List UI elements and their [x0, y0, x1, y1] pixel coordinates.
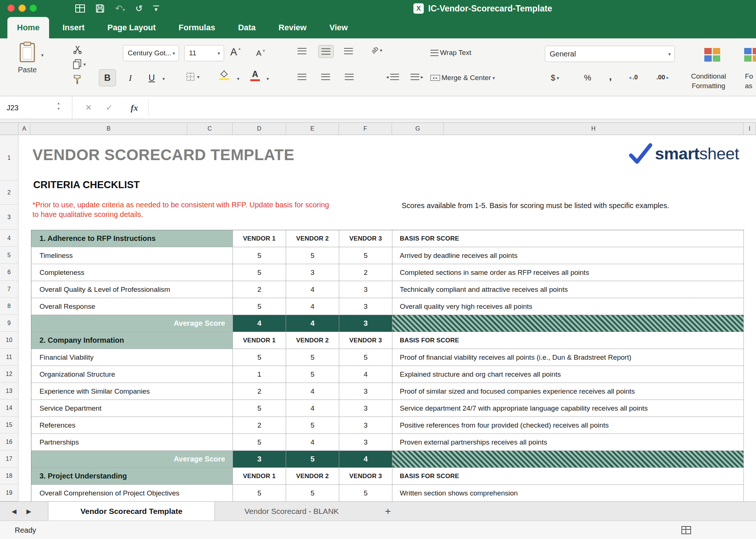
- criteria-cell[interactable]: Experience with Similar Companies: [31, 383, 233, 400]
- average-label-cell[interactable]: Average Score: [31, 451, 233, 468]
- score-cell-vendor-1[interactable]: 5: [233, 247, 286, 264]
- score-cell-vendor-1[interactable]: 5: [233, 434, 286, 451]
- orientation-dropdown-arrow[interactable]: ▾: [380, 48, 382, 53]
- row-header-12[interactable]: 12: [0, 366, 18, 383]
- paste-dropdown-arrow[interactable]: ▾: [41, 52, 44, 58]
- section-title-cell[interactable]: 2. Company Information: [31, 332, 233, 349]
- score-cell-vendor-3[interactable]: 3: [339, 298, 392, 315]
- sheet-tab-vendor-scorecard-blank[interactable]: Vendor Scorecard - BLANK: [221, 502, 362, 521]
- normal-view-icon[interactable]: [681, 526, 691, 534]
- currency-format-button[interactable]: $ ▾: [551, 73, 559, 83]
- format-as-table-icon[interactable]: [744, 48, 756, 62]
- score-cell-vendor-3[interactable]: 2: [339, 264, 392, 281]
- increase-indent-button[interactable]: ▸: [410, 74, 423, 80]
- wrap-text-button[interactable]: Wrap Text: [430, 49, 471, 57]
- criteria-cell[interactable]: References: [31, 417, 233, 434]
- vendor-header-cell-1[interactable]: VENDOR 1: [233, 230, 286, 247]
- average-basis-cell[interactable]: [392, 315, 744, 332]
- row-header-7[interactable]: 7: [0, 281, 18, 298]
- basis-cell[interactable]: Technically compliant and attractive rec…: [392, 281, 744, 298]
- ribbon-tab-insert[interactable]: Insert: [53, 17, 94, 38]
- decrease-decimal-button[interactable]: .00 ▸: [656, 74, 669, 81]
- basis-cell[interactable]: Proven external partnerships receives al…: [392, 434, 744, 451]
- score-cell-vendor-1[interactable]: 2: [233, 281, 286, 298]
- score-cell-vendor-1[interactable]: 1: [233, 366, 286, 383]
- table-launcher-icon[interactable]: [75, 4, 85, 13]
- criteria-cell[interactable]: Financial Viability: [31, 349, 233, 366]
- copy-button[interactable]: ▾: [72, 59, 86, 69]
- scoring-note[interactable]: Scores available from 1-5. Basis for sco…: [402, 201, 669, 210]
- merge-center-dropdown-arrow[interactable]: ▾: [492, 75, 495, 81]
- score-cell-vendor-1[interactable]: 5: [233, 400, 286, 417]
- basis-cell[interactable]: Proof of financial viability receives al…: [392, 349, 744, 366]
- align-top-button[interactable]: [298, 48, 306, 54]
- score-cell-vendor-2[interactable]: 4: [286, 298, 339, 315]
- score-cell-vendor-1[interactable]: 5: [233, 485, 286, 502]
- vendor-header-cell-1[interactable]: VENDOR 1: [233, 468, 286, 485]
- average-label-cell[interactable]: Average Score: [31, 315, 233, 332]
- currency-dropdown-arrow[interactable]: ▾: [557, 75, 559, 81]
- borders-button[interactable]: ▾: [185, 72, 200, 82]
- vendor-header-cell-3[interactable]: VENDOR 3: [339, 230, 392, 247]
- score-cell-vendor-2[interactable]: 5: [286, 349, 339, 366]
- ribbon-tab-view[interactable]: View: [320, 17, 357, 38]
- align-center-button[interactable]: [321, 74, 330, 80]
- column-header-F[interactable]: F: [339, 123, 392, 135]
- basis-cell[interactable]: Arrived by deadline receives all points: [392, 247, 744, 264]
- basis-cell[interactable]: Explained structure and org chart receiv…: [392, 366, 744, 383]
- name-box[interactable]: J23 ▴▾: [0, 96, 72, 119]
- page-title-cell[interactable]: VENDOR SCORECARD TEMPLATE: [32, 146, 294, 164]
- conditional-formatting-label-1[interactable]: Conditional: [691, 72, 726, 80]
- score-cell-vendor-3[interactable]: 5: [339, 485, 392, 502]
- conditional-formatting-label-2[interactable]: Formatting: [692, 82, 725, 90]
- score-cell-vendor-2[interactable]: 5: [286, 366, 339, 383]
- column-header-I[interactable]: I: [743, 123, 756, 135]
- criteria-cell[interactable]: Service Department: [31, 400, 233, 417]
- underline-dropdown-arrow[interactable]: ▾: [162, 76, 165, 82]
- basis-header-cell[interactable]: BASIS FOR SCORE: [392, 230, 744, 247]
- copy-dropdown-arrow[interactable]: ▾: [83, 62, 86, 67]
- conditional-formatting-icon[interactable]: [704, 48, 720, 62]
- decrease-indent-button[interactable]: ◂: [386, 74, 399, 80]
- basis-cell[interactable]: Positive references from four provided (…: [392, 417, 744, 434]
- row-header-10[interactable]: 10: [0, 332, 18, 349]
- basis-header-cell[interactable]: BASIS FOR SCORE: [392, 468, 744, 485]
- score-cell-vendor-3[interactable]: 3: [339, 434, 392, 451]
- basis-cell[interactable]: Service department 24/7 with appropriate…: [392, 400, 744, 417]
- insert-function-icon[interactable]: fx: [124, 96, 145, 119]
- select-all-corner[interactable]: [0, 123, 18, 135]
- score-cell-vendor-3[interactable]: 5: [339, 247, 392, 264]
- customize-toolbar-icon[interactable]: ▾: [153, 6, 159, 11]
- score-cell-vendor-2[interactable]: 4: [286, 281, 339, 298]
- row-header-4[interactable]: 4: [0, 230, 18, 247]
- average-score-cell-vendor-1[interactable]: 3: [233, 451, 286, 468]
- score-cell-vendor-2[interactable]: 4: [286, 400, 339, 417]
- align-left-button[interactable]: [298, 74, 306, 80]
- column-header-H[interactable]: H: [444, 123, 743, 135]
- criteria-cell[interactable]: Completeness: [31, 264, 233, 281]
- score-cell-vendor-2[interactable]: 5: [286, 247, 339, 264]
- minimize-button[interactable]: [18, 4, 26, 12]
- basis-cell[interactable]: Proof of similar sized and focused compa…: [392, 383, 744, 400]
- bold-button[interactable]: B: [99, 69, 116, 86]
- vendor-header-cell-2[interactable]: VENDOR 2: [286, 230, 339, 247]
- basis-cell[interactable]: Written section shows comprehension: [392, 485, 744, 502]
- paste-button[interactable]: ▾ Paste: [9, 41, 46, 94]
- average-score-cell-vendor-2[interactable]: 5: [286, 451, 339, 468]
- borders-dropdown-arrow[interactable]: ▾: [197, 74, 200, 80]
- ribbon-tab-home[interactable]: Home: [7, 17, 49, 38]
- row-header-18[interactable]: 18: [0, 467, 18, 484]
- row-header-2[interactable]: 2: [0, 181, 18, 205]
- increase-decimal-button[interactable]: ◂ .0: [629, 74, 638, 81]
- score-cell-vendor-2[interactable]: 4: [286, 434, 339, 451]
- number-format-select[interactable]: General ▾: [545, 46, 675, 62]
- column-header-C[interactable]: C: [187, 123, 233, 135]
- format-as-table-label-2[interactable]: as: [745, 82, 752, 90]
- vendor-header-cell-3[interactable]: VENDOR 3: [339, 332, 392, 349]
- basis-cell[interactable]: Completed sections in same order as RFP …: [392, 264, 744, 281]
- average-score-cell-vendor-1[interactable]: 4: [233, 315, 286, 332]
- row-header-14[interactable]: 14: [0, 400, 18, 417]
- vendor-header-cell-1[interactable]: VENDOR 1: [233, 332, 286, 349]
- score-cell-vendor-1[interactable]: 2: [233, 417, 286, 434]
- row-header-11[interactable]: 11: [0, 349, 18, 366]
